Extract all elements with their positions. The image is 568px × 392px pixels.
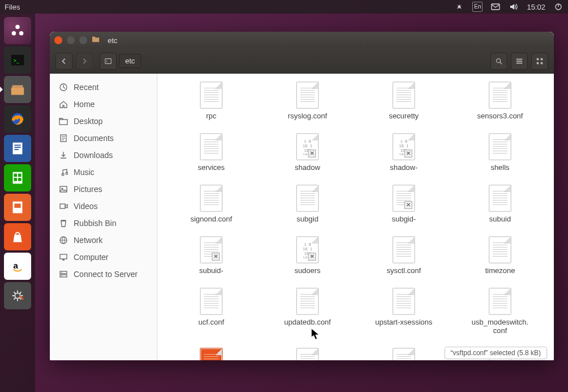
- sidebar-item-documents[interactable]: Documents: [54, 130, 152, 146]
- file-item[interactable]: securetty: [356, 82, 452, 121]
- file-item[interactable]: 1 010 11011010shadow: [259, 133, 356, 172]
- sidebar-item-network[interactable]: Network: [54, 232, 152, 248]
- file-icon: [200, 185, 223, 212]
- file-item[interactable]: rsyslog.conf: [259, 82, 356, 121]
- search-button[interactable]: [490, 53, 507, 70]
- network-icon: [59, 236, 68, 245]
- music-icon: [59, 168, 68, 177]
- clock[interactable]: 15:02: [527, 3, 545, 11]
- file-item[interactable]: timezone: [452, 236, 548, 275]
- svg-rect-12: [14, 147, 20, 148]
- svg-rect-33: [541, 58, 543, 60]
- svg-rect-29: [516, 58, 523, 59]
- file-item[interactable]: sensors3.conf: [452, 82, 548, 121]
- window-minimize-button[interactable]: [67, 36, 75, 44]
- file-name: shells: [488, 163, 511, 172]
- file-icon: 1 010 11011010: [296, 236, 319, 263]
- file-item[interactable]: subgid: [259, 185, 356, 224]
- file-icon: [392, 236, 415, 263]
- file-name: sysctl.conf: [385, 266, 424, 275]
- svg-rect-41: [60, 204, 65, 208]
- sidebar-item-pictures[interactable]: Pictures: [54, 181, 152, 197]
- file-item[interactable]: subuid: [452, 185, 548, 224]
- window-maximize-button[interactable]: [79, 36, 87, 44]
- sidebar-item-downloads[interactable]: Downloads: [54, 147, 152, 163]
- sidebar-item-desktop[interactable]: Desktop: [54, 113, 152, 129]
- server-icon: [59, 270, 68, 279]
- svg-point-27: [106, 61, 108, 62]
- file-item[interactable]: signond.conf: [163, 185, 259, 224]
- launcher-dash[interactable]: [4, 17, 31, 44]
- svg-rect-37: [59, 120, 67, 125]
- launcher-amazon[interactable]: a: [4, 253, 31, 280]
- file-name: signond.conf: [188, 214, 234, 224]
- file-item[interactable]: sysctl.conf: [356, 236, 452, 275]
- file-item[interactable]: vsftpd.conf: [163, 348, 259, 360]
- window-close-button[interactable]: [54, 36, 62, 44]
- focused-app-name[interactable]: Files: [5, 3, 20, 11]
- launcher-impress[interactable]: [4, 194, 31, 221]
- launcher-software-center[interactable]: [4, 223, 31, 250]
- toolbar: etc: [50, 49, 554, 74]
- path-root-button[interactable]: [100, 53, 117, 70]
- sidebar-item-connect-to-server[interactable]: Connect to Server: [54, 266, 152, 282]
- sidebar-item-music[interactable]: Music: [54, 164, 152, 180]
- sidebar-item-rubbish-bin[interactable]: Rubbish Bin: [54, 215, 152, 231]
- unity-launcher: >_ a: [0, 14, 35, 392]
- sidebar-item-home[interactable]: Home: [54, 96, 152, 112]
- file-icon: [489, 288, 511, 315]
- file-item[interactable]: 1 010 11011010shadow-: [356, 133, 452, 172]
- sidebar-item-label: Desktop: [74, 117, 103, 126]
- svg-point-28: [497, 58, 501, 62]
- svg-rect-13: [14, 149, 19, 150]
- launcher-firefox[interactable]: [4, 105, 31, 133]
- file-icon: [489, 133, 511, 160]
- grid-view-button[interactable]: [531, 53, 548, 70]
- file-item[interactable]: vtrgb: [259, 348, 356, 360]
- sidebar-item-computer[interactable]: Computer: [54, 249, 152, 265]
- file-item[interactable]: 1 010 11011010sudoers: [259, 236, 356, 275]
- file-item[interactable]: shells: [452, 133, 548, 172]
- svg-rect-10: [13, 143, 23, 155]
- file-item[interactable]: ucf.conf: [163, 288, 259, 335]
- file-icon: [392, 185, 415, 212]
- sidebar-item-videos[interactable]: Videos: [54, 198, 152, 214]
- keyboard-layout-indicator[interactable]: En: [472, 2, 482, 12]
- launcher-files[interactable]: [4, 76, 31, 103]
- file-item[interactable]: services: [163, 133, 259, 172]
- file-item[interactable]: updatedb.conf: [259, 288, 356, 335]
- forward-button[interactable]: [76, 53, 93, 70]
- file-grid-area[interactable]: rpcrsyslog.confsecurettysensors3.confser…: [157, 74, 554, 360]
- sidebar-item-label: Rubbish Bin: [74, 219, 117, 228]
- file-item[interactable]: wgetrc: [356, 348, 452, 360]
- launcher-writer[interactable]: [4, 135, 31, 162]
- launcher-settings[interactable]: [4, 282, 31, 309]
- launcher-terminal[interactable]: >_: [4, 46, 31, 74]
- window-titlebar[interactable]: etc: [50, 32, 554, 49]
- file-item[interactable]: subuid-: [163, 236, 259, 275]
- svg-rect-15: [14, 174, 17, 177]
- files-window: etc etc RecentHomeDesktopDocumentsDownlo…: [50, 32, 554, 360]
- back-button[interactable]: [55, 53, 72, 70]
- session-indicator-icon[interactable]: [553, 2, 563, 12]
- file-item[interactable]: usb_modeswitch.conf: [452, 288, 548, 335]
- sidebar-item-label: Downloads: [74, 151, 113, 160]
- file-item[interactable]: upstart-xsessions: [356, 288, 452, 335]
- file-name: services: [195, 163, 227, 172]
- list-view-button[interactable]: [511, 53, 528, 70]
- trash-icon: [59, 219, 68, 228]
- volume-indicator-icon[interactable]: [509, 2, 519, 12]
- file-icon: [296, 82, 319, 109]
- network-indicator-icon[interactable]: [454, 2, 464, 12]
- file-name: timezone: [483, 266, 518, 275]
- path-segment-etc[interactable]: etc: [119, 54, 141, 68]
- mail-indicator-icon[interactable]: [490, 2, 501, 12]
- file-icon: [489, 82, 511, 109]
- sidebar-item-label: Documents: [74, 134, 114, 143]
- svg-point-2: [15, 25, 20, 29]
- sidebar-item-recent[interactable]: Recent: [54, 79, 152, 95]
- file-item[interactable]: subgid-: [356, 185, 452, 224]
- launcher-calc[interactable]: [4, 164, 31, 191]
- file-item[interactable]: rpc: [163, 82, 259, 121]
- file-name: securetty: [387, 111, 421, 121]
